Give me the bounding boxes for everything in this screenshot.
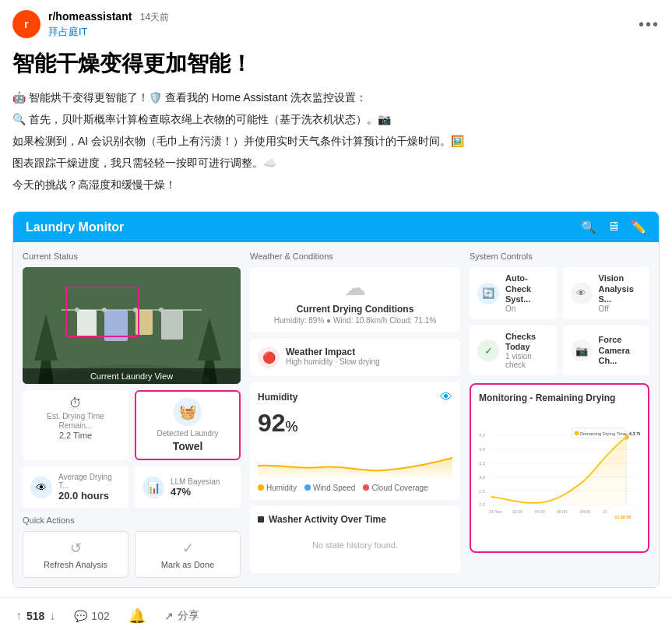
checks-today-card: ✓ Checks Today 1 vision check [470,326,557,375]
est-drying-title: Est. Drying Time Remain... [30,412,121,431]
eye-icon: 👁 [30,477,52,498]
weather-conditions-label: Weather & Conditions [250,252,460,261]
legend-cloud: Cloud Coverage [363,484,427,492]
system-controls: System Controls 🔄 Auto-Check Syst... On … [470,252,649,375]
refresh-label: Refresh Analysis [44,560,107,569]
svg-text:11:20:02: 11:20:02 [614,515,631,519]
bookmark-section[interactable]: 🔔 [128,607,146,625]
downvote-button[interactable]: ↓ [49,609,55,623]
force-camera-card: 📷 Force Camera Ch... [563,326,650,375]
humidity-value-display: 92% [258,409,452,438]
est-drying-value: 2.2 Time [30,431,121,440]
svg-text:10: 10 [602,509,607,514]
post-meta: r/homeassistant 14天前 拜占庭IT [48,9,639,39]
comment-count: 102 [91,610,109,622]
body-line-1: 🤖 智能烘干变得更智能了！🛡️ 查看我的 Home Assistant 洗衣监控… [12,89,660,107]
camera-label: Current Laundry View [23,368,241,384]
share-section[interactable]: ↗ 分享 [164,609,199,623]
body-line-3: 如果检测到，AI 会识别衣物（毛巾上有污渍！）并使用实时天气条件计算预计的干燥时… [12,132,660,151]
author-name[interactable]: 拜占庭IT [48,26,88,37]
cloud-icon: ☁ [258,275,452,301]
humidity-header: Humidity 👁 [258,390,452,404]
markdone-label: Mark as Done [161,560,214,569]
left-column: Current Status [23,252,241,578]
weather-impact-text: Weather Impact High humidity · Slow dryi… [286,347,380,366]
svg-text:3.5: 3.5 [479,461,485,466]
legend-humidity: Humidity [258,484,297,492]
vote-section: ↑ 518 ↓ [16,609,55,623]
middle-column: Weather & Conditions ☁ Current Drying Co… [250,252,460,578]
search-icon[interactable]: 🔍 [581,220,596,234]
svg-rect-10 [161,310,183,340]
subreddit-avatar: r [12,10,40,38]
edit-icon[interactable]: ✏️ [631,220,646,234]
vote-count: 518 [26,610,44,622]
avg-drying-box: 👁 Average Drying T... 20.0 hours [23,466,128,508]
chart-icon: 📊 [142,477,164,498]
svg-text:4.0: 4.0 [479,447,485,452]
svg-point-14 [159,308,164,312]
avg-drying-label: Average Drying T... [58,473,121,490]
quick-actions: Quick Actions ↺ Refresh Analysis ✓ Mark … [23,516,241,578]
svg-text:4.3 Time: 4.3 Time [629,431,640,436]
comment-icon: 💬 [74,610,87,622]
post-title: 智能干燥变得更加智能！ [0,44,672,84]
washer-label-text: Washer Activity Over Time [269,514,386,525]
quick-actions-row: ↺ Refresh Analysis ✓ Mark as Done [23,531,241,578]
drying-conditions-card: ☁ Current Drying Conditions Humidity: 89… [250,267,460,333]
system-controls-label: System Controls [470,252,649,261]
controls-grid: 🔄 Auto-Check Syst... On 👁 Vision Analysi… [470,267,649,375]
cloud-dot [363,484,369,491]
humidity-pct: % [286,419,298,435]
markdone-button[interactable]: ✓ Mark as Done [135,531,241,578]
share-icon: ↗ [164,610,174,622]
wind-dot [304,484,311,491]
washer-section: Washer Activity Over Time No state histo… [250,506,460,573]
detected-laundry-box: 🧺 Detected Laundry Towel [135,390,241,460]
detection-box [65,287,139,337]
chart-svg: 4.5 4.0 3.5 3.0 2.5 2.0 [479,408,640,540]
autocheck-title: Auto-Check Syst... [505,273,549,304]
refresh-icon: ↺ [70,540,82,557]
post-body: 🤖 智能烘干变得更智能了！🛡️ 查看我的 Home Assistant 洗衣监控… [0,84,672,202]
checks-sub: 1 vision check [505,352,549,369]
monitor-icon[interactable]: 🖥 [607,220,620,234]
llm-text: LLM Bayesian 47% [171,477,220,498]
forcecam-text: Force Camera Ch... [599,335,642,366]
dashboard-body: Current Status [13,242,659,587]
vision-title: Vision Analysis S... [599,273,642,304]
timer-icon: ⏱ [30,396,121,410]
vision-sub: Off [599,304,642,313]
stats-row: ⏱ Est. Drying Time Remain... 2.2 Time 🧺 … [23,390,241,460]
drying-conditions-sub: Humidity: 89% ● Wind: 10.8km/h Cloud: 71… [258,316,452,325]
humidity-chart-svg [258,442,452,477]
washer-label: Washer Activity Over Time [258,514,452,525]
humidity-mini-chart [258,442,452,477]
subreddit-name[interactable]: r/homeassistant [48,10,132,23]
humidity-section: Humidity 👁 92% [250,382,460,500]
upvote-button[interactable]: ↑ [16,609,22,623]
more-button[interactable]: ••• [639,16,660,33]
est-drying-box: ⏱ Est. Drying Time Remain... 2.2 Time [23,390,128,460]
refresh-button[interactable]: ↺ Refresh Analysis [23,531,128,578]
post-header: r r/homeassistant 14天前 拜占庭IT ••• [0,0,672,44]
laundry-icon: 🧺 [174,398,202,426]
llm-value: 47% [171,486,220,498]
right-column: System Controls 🔄 Auto-Check Syst... On … [470,252,649,578]
comment-section: 💬 102 [74,610,109,622]
washer-icon [258,516,264,523]
avg-drying-value: 20.0 hours [58,490,121,502]
stats-row2: 👁 Average Drying T... 20.0 hours 📊 LLM B… [23,466,241,508]
llm-bayesian-box: 📊 LLM Bayesian 47% [135,466,241,508]
autocheck-text: Auto-Check Syst... On [505,273,549,313]
drying-conditions-title: Current Drying Conditions [258,304,452,315]
share-label: 分享 [178,609,199,623]
humidity-eye-icon[interactable]: 👁 [440,390,452,404]
svg-text:06:00: 06:00 [557,509,567,514]
svg-point-37 [575,431,579,436]
humidity-number: 92 [258,409,286,437]
svg-text:08:00: 08:00 [580,509,590,514]
body-line-5: 今天的挑战？高湿度和缓慢干燥！ [12,176,660,195]
dashboard-header-icons: 🔍 🖥 ✏️ [581,220,646,234]
humidity-label: Humidity [258,392,297,403]
